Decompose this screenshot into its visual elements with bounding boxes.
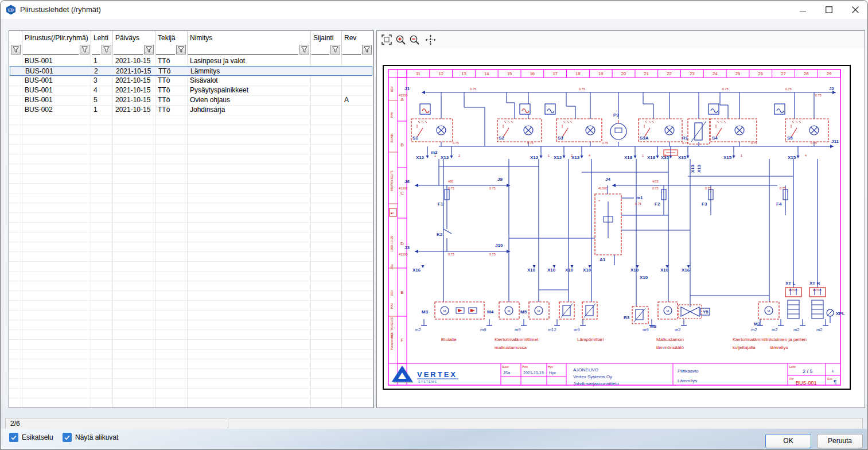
- table-grid-line: [9, 144, 373, 145]
- cell-paivays: 2021-10-15: [115, 76, 154, 84]
- component-label: XT R: [809, 281, 820, 286]
- zoom-out-button[interactable]: [408, 33, 421, 46]
- table-row[interactable]: BUS-00212021-10-15TTöJohdinsarja: [10, 105, 372, 115]
- cell-nimitys: Ovien ohjaus: [190, 96, 310, 104]
- zoom-extents-icon: [382, 34, 392, 45]
- funnel-icon: [178, 46, 184, 53]
- component-label: X10: [630, 267, 639, 273]
- component-label: X18: [647, 155, 656, 160]
- filter-input[interactable]: [92, 55, 100, 55]
- grid-row-letter: F: [401, 338, 404, 343]
- grid-row-letter: D: [400, 241, 404, 246]
- filter-funnel-button[interactable]: [144, 45, 154, 55]
- filter-input[interactable]: [114, 55, 143, 55]
- column-header-lehti[interactable]: Lehti: [94, 34, 108, 42]
- filter-funnel-button[interactable]: [102, 45, 111, 55]
- table-grid-line: [9, 388, 373, 389]
- cell-nimitys: Sisävalot: [190, 76, 310, 84]
- wire-annotation: 0.75: [527, 141, 534, 145]
- column-separator: [22, 31, 22, 56]
- filter-input[interactable]: [312, 55, 329, 55]
- component-label: X10: [547, 267, 556, 273]
- column-header-rev[interactable]: Rev: [344, 34, 356, 42]
- filter-input[interactable]: [23, 55, 79, 55]
- funnel-icon: [81, 46, 88, 53]
- wire-annotation: 1: [434, 154, 436, 157]
- table-row[interactable]: BUS-00132021-10-15TTöSisävalot: [10, 76, 372, 86]
- motor-symbol-letter: M: [768, 309, 770, 313]
- column-header-nimitys[interactable]: Nimitys: [190, 34, 212, 42]
- table-row[interactable]: BUS-00122021-10-15TTöLämmitys: [10, 66, 372, 76]
- function-caption: lämmitys: [770, 345, 788, 350]
- ground-label: m9: [574, 327, 579, 332]
- component-label: XT L: [785, 281, 795, 286]
- funnel-icon: [364, 46, 370, 53]
- minimize-button[interactable]: [789, 1, 816, 19]
- motor-symbol-letter: M: [538, 309, 540, 313]
- grid-column-number: 26: [758, 71, 763, 76]
- switch-contact: [418, 121, 420, 123]
- filter-funnel-button[interactable]: [80, 45, 89, 55]
- zoom-in-button[interactable]: [394, 33, 407, 46]
- wire-annotation: 0.75: [785, 87, 792, 91]
- table-row[interactable]: BUS-00142021-10-15TTöPysäytyspainikkeet: [10, 86, 372, 95]
- column-header-pivys[interactable]: Päiväys: [115, 34, 139, 42]
- grid-column-number: 29: [827, 71, 831, 76]
- table-grid-line: [9, 261, 373, 262]
- zoom-extents-button[interactable]: [380, 33, 393, 46]
- table-grid-line: [9, 193, 373, 193]
- column-header-piirustuspiirryhm[interactable]: Piirustus(/Piir.ryhmä): [25, 34, 88, 42]
- filter-input[interactable]: [188, 55, 298, 55]
- preview-canvas[interactable]: 11121314151617181920212223242526272829AB…: [377, 48, 865, 408]
- filter-funnel-button[interactable]: [299, 45, 309, 55]
- component-label: X12: [571, 155, 580, 160]
- cancel-button[interactable]: Peruuta: [817, 434, 863, 448]
- filter-funnel-button[interactable]: [362, 45, 372, 55]
- table-grid-line: [9, 251, 373, 252]
- filter-funnel-button[interactable]: [176, 45, 186, 55]
- filter-funnel-button[interactable]: [330, 45, 340, 55]
- pan-button[interactable]: [424, 33, 437, 46]
- checkbox-label: Näytä alikuvat: [75, 433, 118, 441]
- table-grid-line: [9, 271, 373, 271]
- checkbox-nayta-alikuvat[interactable]: Näytä alikuvat: [63, 433, 118, 442]
- sheet-table[interactable]: Piirustus(/Piir.ryhmä)LehtiPäiväysTekijä…: [9, 31, 373, 408]
- cell-tekija: TTö: [158, 106, 186, 114]
- column-header-sijainti[interactable]: Sijainti: [313, 34, 333, 42]
- grid-column-number: 20: [621, 71, 626, 76]
- wire-arrow: [830, 145, 834, 148]
- table-row[interactable]: BUS-00152021-10-15TTöOvien ohjausA: [10, 95, 372, 105]
- table-row[interactable]: BUS-00112021-10-15TTöLasinpesu ja valot: [10, 56, 372, 66]
- revision-mark: ¶: [390, 212, 395, 214]
- checkbox-esikatselu[interactable]: Esikatselu: [9, 433, 53, 442]
- component-label: R3: [624, 315, 630, 320]
- maximize-button[interactable]: [816, 1, 842, 19]
- close-icon: [852, 6, 859, 13]
- close-button[interactable]: [842, 1, 868, 19]
- wire-annotation: 0.75: [705, 187, 711, 190]
- wire-annotation: 0.75: [652, 187, 659, 190]
- filter-input[interactable]: [156, 55, 175, 55]
- component-label: X12: [554, 155, 562, 160]
- column-header-tekij[interactable]: Tekijä: [158, 34, 176, 42]
- table-grid-line: [9, 242, 373, 242]
- switch-contact: [508, 121, 509, 123]
- relay-module: [458, 309, 462, 312]
- component-label: X16: [682, 267, 690, 273]
- grid-column-number: 23: [690, 71, 694, 76]
- wire-arrow: [581, 156, 583, 158]
- switch-contact: [511, 121, 513, 123]
- ok-button[interactable]: OK: [765, 434, 811, 448]
- function-caption: Istuimen ja peilien: [770, 337, 807, 342]
- cell-piirustus: BUS-001: [25, 57, 90, 65]
- wire-annotation: 0.75: [751, 141, 757, 145]
- preview-toolbar: [377, 31, 865, 49]
- function-caption: Lämpömittari: [577, 337, 604, 342]
- filter-funnel-button[interactable]: [11, 45, 21, 55]
- cell-piirustus: BUS-001: [25, 67, 91, 75]
- table-grid-line: [9, 359, 373, 359]
- wire-annotation: 2: [664, 154, 666, 157]
- filter-input[interactable]: [342, 55, 361, 55]
- titleblock-company-line: Vertex Systems Oy: [573, 374, 612, 379]
- component-label: J11: [831, 139, 839, 144]
